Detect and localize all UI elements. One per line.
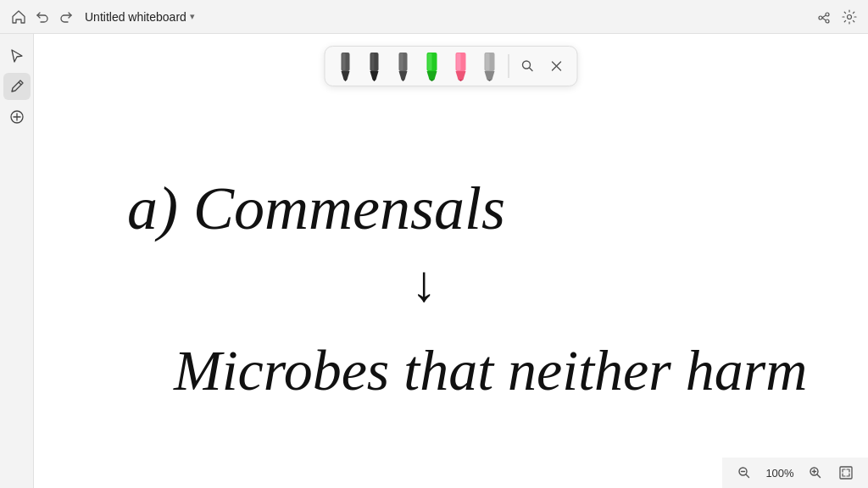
svg-text:a) Commensals: a) Commensals xyxy=(127,175,505,242)
chevron-down-icon: ▾ xyxy=(190,11,195,22)
zoom-level: 100% xyxy=(763,467,797,480)
pen-black1[interactable] xyxy=(334,51,358,81)
add-tool-button[interactable] xyxy=(3,103,31,130)
select-tool-button[interactable] xyxy=(3,42,31,69)
svg-marker-12 xyxy=(399,71,408,80)
svg-rect-19 xyxy=(457,53,461,70)
close-button[interactable] xyxy=(545,54,569,78)
svg-marker-17 xyxy=(430,80,435,81)
pen-gray[interactable] xyxy=(478,51,502,81)
svg-rect-7 xyxy=(371,53,375,70)
document-title[interactable]: Untitled whiteboard ▾ xyxy=(85,10,195,24)
svg-marker-4 xyxy=(342,71,350,80)
fit-screen-button[interactable] xyxy=(834,461,858,485)
zoom-out-button[interactable] xyxy=(732,461,756,485)
toolbar-separator xyxy=(509,54,509,78)
title-text: Untitled whiteboard xyxy=(85,10,186,24)
title-bar: Untitled whiteboard ▾ xyxy=(0,0,868,34)
svg-point-0 xyxy=(848,14,852,19)
main-area: a) Commensals ↓ Microbes that neither ha… xyxy=(0,34,868,488)
svg-marker-5 xyxy=(344,80,348,81)
svg-marker-24 xyxy=(485,71,495,80)
left-toolbar xyxy=(0,34,34,488)
undo-icon[interactable] xyxy=(34,8,51,25)
search-button[interactable] xyxy=(516,54,540,78)
home-icon[interactable] xyxy=(10,8,27,25)
svg-marker-16 xyxy=(427,71,437,80)
svg-marker-13 xyxy=(402,80,405,81)
svg-marker-8 xyxy=(370,71,379,80)
svg-rect-32 xyxy=(840,467,852,479)
svg-text:Microbes that neither harm: Microbes that neither harm xyxy=(173,338,807,402)
svg-rect-11 xyxy=(400,53,403,70)
pen-pink[interactable] xyxy=(449,51,473,81)
whiteboard-content: a) Commensals ↓ Microbes that neither ha… xyxy=(34,34,868,488)
pen-tool-button[interactable] xyxy=(3,73,31,100)
svg-rect-15 xyxy=(428,53,432,70)
svg-marker-20 xyxy=(456,71,466,80)
pen-green[interactable] xyxy=(420,51,444,81)
share-icon[interactable] xyxy=(815,8,832,25)
redo-icon[interactable] xyxy=(58,8,75,25)
pen-toolbar xyxy=(325,46,578,86)
svg-rect-3 xyxy=(342,53,346,70)
pen-dark[interactable] xyxy=(392,51,415,81)
svg-marker-25 xyxy=(487,80,492,81)
svg-marker-21 xyxy=(459,80,464,81)
settings-icon[interactable] xyxy=(841,8,858,25)
svg-text:↓: ↓ xyxy=(411,256,437,312)
canvas-area[interactable]: a) Commensals ↓ Microbes that neither ha… xyxy=(34,34,868,488)
svg-marker-9 xyxy=(373,80,376,81)
svg-rect-23 xyxy=(486,53,490,70)
pen-black2[interactable] xyxy=(363,51,387,81)
zoom-in-button[interactable] xyxy=(804,461,827,485)
bottom-bar: 100% xyxy=(722,458,868,488)
